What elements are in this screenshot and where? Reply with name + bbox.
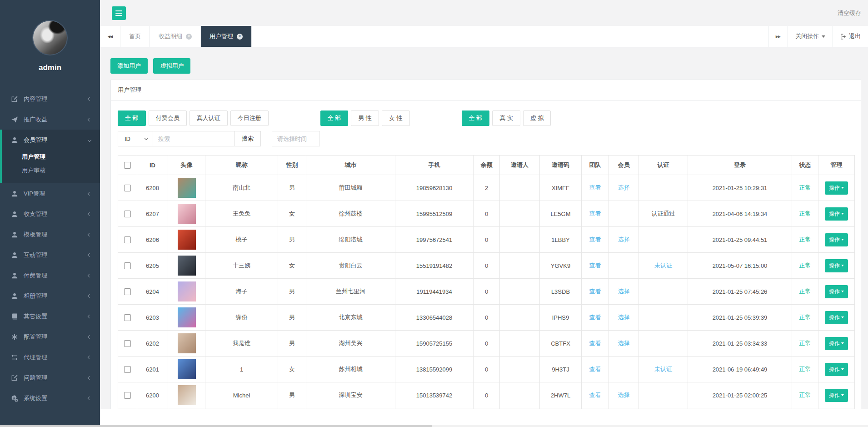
team-view-link[interactable]: 查看 bbox=[589, 340, 601, 347]
filter-button-付费会员[interactable]: 付费会员 bbox=[149, 111, 187, 126]
filter-button-真人认证[interactable]: 真人认证 bbox=[190, 111, 228, 126]
avatar-image[interactable] bbox=[178, 281, 196, 301]
row-action-button[interactable]: 操作 bbox=[825, 181, 848, 195]
row-action-button[interactable]: 操作 bbox=[825, 207, 848, 221]
row-checkbox[interactable] bbox=[124, 236, 131, 243]
sidebar-item-系统设置[interactable]: 系统设置 bbox=[0, 388, 100, 408]
team-view-link[interactable]: 查看 bbox=[589, 184, 601, 191]
add-user-button[interactable]: 添加用户 bbox=[110, 58, 148, 74]
sidebar-toggle-button[interactable] bbox=[112, 6, 126, 20]
close-icon[interactable]: × bbox=[237, 34, 243, 40]
row-action-button[interactable]: 操作 bbox=[825, 363, 848, 376]
row-checkbox[interactable] bbox=[124, 314, 131, 321]
row-action-button[interactable]: 操作 bbox=[825, 311, 848, 324]
filter-button-男性[interactable]: 男 性 bbox=[351, 111, 379, 126]
member-select-link[interactable]: 选择 bbox=[618, 314, 630, 321]
select-all-checkbox[interactable] bbox=[124, 162, 131, 169]
row-checkbox[interactable] bbox=[124, 366, 131, 373]
team-view-link[interactable]: 查看 bbox=[589, 262, 601, 269]
avatar-image[interactable] bbox=[178, 230, 196, 250]
row-action-button[interactable]: 操作 bbox=[825, 337, 848, 350]
sidebar-item-互动管理[interactable]: 互动管理 bbox=[0, 245, 100, 265]
member-select-link[interactable]: 选择 bbox=[618, 392, 630, 398]
member-cell: 选择 bbox=[609, 331, 639, 357]
close-operations-menu[interactable]: 关闭操作 bbox=[788, 26, 833, 47]
sidebar-item-内容管理[interactable]: 内容管理 bbox=[0, 89, 100, 109]
filter-button-全部[interactable]: 全 部 bbox=[462, 111, 490, 126]
city-cell: 深圳宝安 bbox=[306, 382, 395, 408]
sidebar-item-会员管理[interactable]: 会员管理 bbox=[2, 130, 100, 150]
sidebar-item-模板管理[interactable]: 模板管理 bbox=[0, 224, 100, 245]
avatar[interactable] bbox=[32, 20, 68, 55]
sidebar-item-收支管理[interactable]: 收支管理 bbox=[0, 204, 100, 224]
filter-button-全部[interactable]: 全 部 bbox=[320, 111, 349, 126]
scrollbar-thumb[interactable] bbox=[0, 425, 432, 427]
date-picker-input[interactable] bbox=[272, 131, 320, 146]
sidebar-item-配置管理[interactable]: 配置管理 bbox=[0, 327, 100, 347]
row-action-button[interactable]: 操作 bbox=[825, 389, 848, 402]
avatar-image[interactable] bbox=[178, 385, 196, 405]
row-checkbox[interactable] bbox=[124, 262, 131, 269]
filter-button-虚拟[interactable]: 虚 拟 bbox=[523, 111, 551, 126]
sidebar-subitem-用户审核[interactable]: 用户审核 bbox=[2, 164, 100, 177]
chevron-left-icon bbox=[88, 253, 91, 256]
avatar-image[interactable] bbox=[178, 204, 196, 224]
row-checkbox[interactable] bbox=[124, 340, 131, 347]
row-checkbox[interactable] bbox=[124, 392, 131, 399]
filter-button-今日注册[interactable]: 今日注册 bbox=[230, 111, 269, 126]
row-checkbox[interactable] bbox=[124, 288, 131, 295]
search-input[interactable] bbox=[153, 131, 235, 146]
checkbox-cell bbox=[118, 408, 137, 410]
logout-button[interactable]: 退出 bbox=[833, 26, 868, 47]
tabs-scroll-right-icon[interactable]: ▶▶ bbox=[768, 26, 788, 47]
filter-button-女性[interactable]: 女 性 bbox=[382, 111, 410, 126]
tab-用户管理[interactable]: 用户管理× bbox=[201, 26, 252, 47]
avatar-image[interactable] bbox=[178, 359, 196, 379]
member-select-link[interactable]: 选择 bbox=[618, 236, 630, 243]
sidebar-item-相册管理[interactable]: 相册管理 bbox=[0, 286, 100, 306]
virtual-user-button[interactable]: 虚拟用户 bbox=[153, 58, 190, 74]
sidebar-item-问题管理[interactable]: 问题管理 bbox=[0, 367, 100, 388]
sidebar-item-其它设置[interactable]: 其它设置 bbox=[0, 306, 100, 327]
sidebar-item-VIP管理[interactable]: VIP管理 bbox=[0, 183, 100, 204]
team-view-link[interactable]: 查看 bbox=[589, 314, 601, 321]
filter-button-全部[interactable]: 全 部 bbox=[118, 111, 146, 126]
auth-pending-link[interactable]: 未认证 bbox=[654, 366, 672, 372]
avatar-cell bbox=[168, 382, 205, 408]
row-action-button[interactable]: 操作 bbox=[825, 233, 848, 246]
team-view-link[interactable]: 查看 bbox=[589, 366, 601, 372]
avatar-image[interactable] bbox=[178, 333, 196, 353]
clear-cache-link[interactable]: 清空缓存 bbox=[838, 9, 861, 17]
auth-pending-link[interactable]: 未认证 bbox=[654, 262, 672, 269]
horizontal-scrollbar[interactable] bbox=[0, 425, 868, 427]
member-select-link[interactable]: 选择 bbox=[618, 184, 630, 191]
sidebar-item-付费管理[interactable]: 付费管理 bbox=[0, 265, 100, 286]
tabs-scroll-left-icon[interactable]: ◀◀ bbox=[100, 26, 120, 47]
close-icon[interactable]: × bbox=[186, 34, 192, 40]
row-checkbox[interactable] bbox=[124, 211, 131, 217]
member-select-link[interactable]: 选择 bbox=[618, 288, 630, 295]
filter-button-真实[interactable]: 真 实 bbox=[492, 111, 520, 126]
team-view-link[interactable]: 查看 bbox=[589, 392, 601, 398]
sidebar-item-label: 推广收益 bbox=[24, 116, 88, 124]
sidebar-item-代理管理[interactable]: 代理管理 bbox=[0, 347, 100, 367]
search-button[interactable]: 搜索 bbox=[234, 131, 261, 146]
avatar-image[interactable] bbox=[178, 307, 196, 327]
row-action-button[interactable]: 操作 bbox=[825, 285, 848, 298]
member-cell: 选择 bbox=[609, 175, 639, 201]
panel-body: 全 部付费会员真人认证今日注册全 部男 性女 性全 部真 实虚 拟 ID 搜索 … bbox=[111, 100, 861, 409]
member-select-link[interactable]: 选择 bbox=[618, 340, 630, 347]
team-view-link[interactable]: 查看 bbox=[589, 236, 601, 243]
row-action-button[interactable]: 操作 bbox=[825, 259, 848, 272]
team-view-link[interactable]: 查看 bbox=[589, 210, 601, 217]
search-field-select[interactable]: ID bbox=[118, 131, 153, 146]
avatar-image[interactable] bbox=[178, 256, 196, 276]
team-view-link[interactable]: 查看 bbox=[589, 288, 601, 295]
empty-cell bbox=[500, 408, 540, 410]
sidebar-item-推广收益[interactable]: 推广收益 bbox=[0, 109, 100, 130]
avatar-image[interactable] bbox=[178, 178, 196, 198]
row-checkbox[interactable] bbox=[124, 185, 131, 191]
tab-首页[interactable]: 首页 bbox=[120, 26, 150, 47]
sidebar-subitem-用户管理[interactable]: 用户管理 bbox=[2, 150, 100, 164]
tab-收益明细[interactable]: 收益明细× bbox=[150, 26, 201, 47]
